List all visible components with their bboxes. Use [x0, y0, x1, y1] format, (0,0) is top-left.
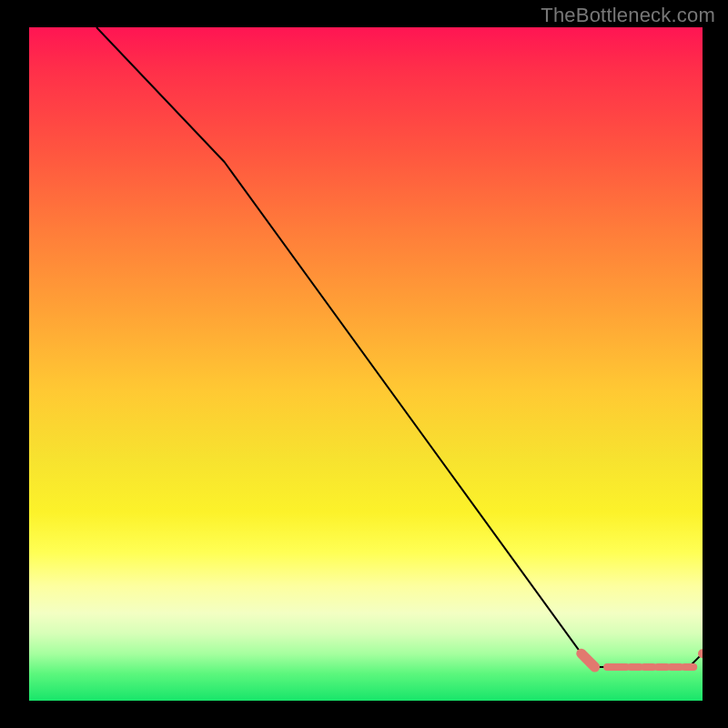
plot-area [29, 27, 703, 701]
marker-capsule [581, 653, 595, 667]
watermark-label: TheBottleneck.com [541, 4, 715, 27]
chart-container: TheBottleneck.com [0, 0, 728, 728]
series-curve [96, 27, 703, 667]
chart-svg [29, 27, 703, 701]
